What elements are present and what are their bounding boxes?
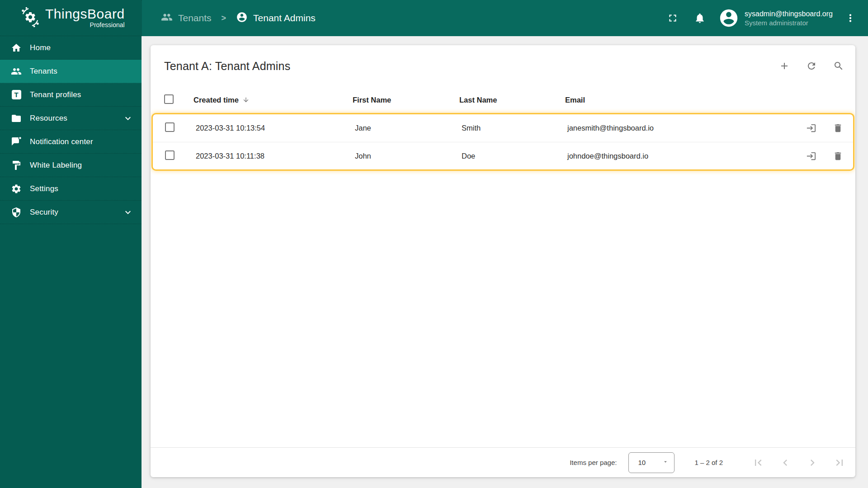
sidebar-item-security[interactable]: Security: [0, 201, 142, 224]
page-title: Tenant A: Tenant Admins: [164, 60, 779, 73]
row-checkbox[interactable]: [165, 150, 175, 160]
table-row[interactable]: 2023-03-31 10:13:54 Jane Smith janesmith…: [153, 114, 853, 142]
sidebar-item-notification-center[interactable]: Notification center: [0, 130, 142, 154]
row-checkbox[interactable]: [165, 122, 175, 132]
user-avatar[interactable]: [718, 8, 739, 28]
app-name: ThingsBoard: [45, 7, 125, 21]
sidebar-item-label: Tenants: [30, 67, 133, 76]
sidebar-item-label: Security: [30, 208, 123, 217]
people-icon: [161, 11, 173, 25]
sidebar-item-label: Resources: [30, 114, 123, 123]
app-logo[interactable]: ThingsBoard Professional: [0, 0, 142, 36]
previous-page-icon[interactable]: [779, 456, 792, 469]
page-range-label: 1 – 2 of 2: [694, 459, 723, 466]
content-area: Tenant A: Tenant Admins Created time: [142, 36, 868, 488]
thingsboard-app: ThingsBoard Professional Home Tenants T …: [0, 0, 868, 488]
sidebar-item-white-labeling[interactable]: White Labeling: [0, 154, 142, 177]
pagination-buttons: [752, 456, 846, 469]
paginator: Items per page: 10 1 – 2 of 2: [151, 447, 855, 477]
chevron-down-icon: [123, 113, 133, 124]
kebab-menu-icon[interactable]: [844, 12, 856, 24]
breadcrumb-tenants[interactable]: Tenants: [161, 11, 212, 25]
cell-first-name: Jane: [355, 124, 462, 132]
shield-icon: [10, 206, 22, 218]
user-email: sysadmin@thingsboard.org: [745, 9, 833, 19]
highlighted-rows-group: 2023-03-31 10:13:54 Jane Smith janesmith…: [151, 113, 854, 171]
last-page-icon[interactable]: [833, 456, 846, 469]
sidebar-item-label: Settings: [30, 184, 133, 193]
cell-email: johndoe@thingsboard.io: [567, 152, 781, 160]
next-page-icon[interactable]: [806, 456, 819, 469]
sidebar-item-settings[interactable]: Settings: [0, 177, 142, 201]
items-per-page-select[interactable]: 10: [628, 452, 675, 473]
notifications-bell-icon[interactable]: [694, 12, 706, 24]
home-icon: [10, 42, 22, 54]
column-header-email[interactable]: Email: [565, 96, 585, 104]
sidebar-item-label: Home: [30, 43, 133, 52]
cell-email: janesmith@thingsboard.io: [567, 124, 781, 132]
sidebar-item-resources[interactable]: Resources: [0, 107, 142, 130]
cell-created-time: 2023-03-31 10:11:38: [196, 152, 355, 160]
tenant-profile-icon: T: [10, 89, 22, 101]
table-header-row: Created time First Name Last Name Email: [151, 87, 855, 113]
column-header-created-time[interactable]: Created time: [193, 96, 239, 104]
sidebar-menu: Home Tenants T Tenant profiles Resources: [0, 36, 142, 224]
thingsboard-logo-icon: [20, 7, 41, 29]
delete-trash-icon[interactable]: [833, 151, 843, 161]
refresh-icon[interactable]: [806, 61, 817, 71]
sort-desc-arrow-icon[interactable]: [242, 96, 250, 103]
app-edition: Professional: [45, 21, 125, 28]
cell-last-name: Doe: [462, 152, 567, 160]
breadcrumb-tenant-admins[interactable]: Tenant Admins: [236, 11, 316, 25]
cell-first-name: John: [355, 152, 462, 160]
dropdown-caret-icon: [662, 459, 669, 466]
header-actions: sysadmin@thingsboard.org System administ…: [667, 8, 856, 28]
sidebar-item-tenant-profiles[interactable]: T Tenant profiles: [0, 83, 142, 107]
first-page-icon[interactable]: [752, 456, 764, 469]
table-row[interactable]: 2023-03-31 10:11:38 John Doe johndoe@thi…: [153, 142, 853, 169]
delete-trash-icon[interactable]: [833, 123, 843, 133]
search-icon[interactable]: [833, 61, 844, 71]
breadcrumb: Tenants > Tenant Admins: [161, 11, 667, 25]
sidebar-item-home[interactable]: Home: [0, 36, 142, 60]
sidebar-item-label: Tenant profiles: [30, 90, 133, 99]
items-per-page-value: 10: [638, 459, 646, 466]
card-header: Tenant A: Tenant Admins: [151, 45, 855, 87]
cell-created-time: 2023-03-31 10:13:54: [196, 124, 355, 132]
select-all-checkbox[interactable]: [164, 94, 174, 104]
cell-last-name: Smith: [462, 124, 567, 132]
column-header-first-name[interactable]: First Name: [353, 96, 391, 104]
paint-roller-icon: [10, 160, 22, 171]
user-role: System administrator: [745, 19, 833, 28]
tenant-admins-card: Tenant A: Tenant Admins Created time: [151, 45, 855, 477]
sidebar-item-label: White Labeling: [30, 161, 133, 170]
user-info[interactable]: sysadmin@thingsboard.org System administ…: [745, 9, 833, 28]
folder-icon: [10, 113, 22, 124]
add-icon[interactable]: [779, 61, 790, 71]
fullscreen-icon[interactable]: [667, 12, 679, 24]
top-header: Tenants > Tenant Admins sysadmin@thin: [142, 0, 868, 36]
sidebar: ThingsBoard Professional Home Tenants T …: [0, 0, 142, 488]
sidebar-item-tenants[interactable]: Tenants: [0, 60, 142, 83]
people-icon: [10, 66, 22, 77]
notification-center-icon: [10, 136, 22, 148]
column-header-last-name[interactable]: Last Name: [459, 96, 497, 104]
main-area: Tenants > Tenant Admins sysadmin@thin: [142, 0, 868, 488]
table-empty-space: [151, 171, 855, 447]
breadcrumb-separator: >: [222, 14, 226, 23]
items-per-page-label: Items per page:: [570, 459, 617, 466]
login-as-user-icon[interactable]: [806, 123, 816, 133]
chevron-down-icon: [123, 207, 133, 218]
sidebar-item-label: Notification center: [30, 137, 133, 146]
login-as-user-icon[interactable]: [806, 151, 816, 161]
card-toolbar: [779, 61, 844, 71]
gear-icon: [10, 183, 22, 195]
account-circle-icon: [236, 11, 248, 25]
